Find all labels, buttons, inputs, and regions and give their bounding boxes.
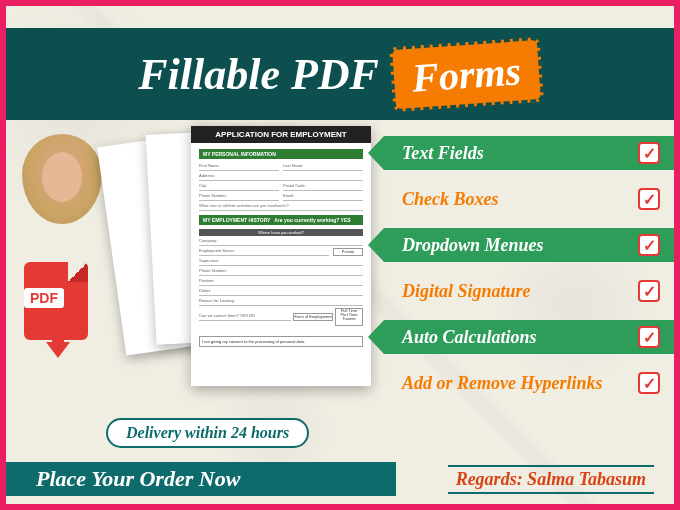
feature-label: Check Boxes (402, 189, 638, 210)
form-field: First Name: (199, 163, 279, 171)
feature-row: Dropdown Menues✓ (384, 228, 674, 262)
forms-badge-text: Forms (410, 48, 522, 100)
feature-row: Auto Calculations✓ (384, 320, 674, 354)
form-subheader: Where have you worked? (199, 229, 363, 236)
feature-label: Add or Remove Hyperlinks (402, 373, 638, 394)
form-box: Full Time Part Time Trainee (335, 308, 363, 326)
feature-label: Digital Signature (402, 281, 638, 302)
checkmark-icon: ✓ (638, 234, 660, 256)
title-band: Fillable PDF Forms (6, 28, 674, 120)
checkmark-icon: ✓ (638, 142, 660, 164)
form-dropdown: Private (333, 248, 363, 256)
sample-doc-front: APPLICATION FOR EMPLOYMENT MY PERSONAL I… (191, 126, 371, 386)
form-field: Phone Number: (199, 268, 363, 276)
cta-text: Place Your Order Now (36, 466, 240, 492)
feature-row: Digital Signature✓ (384, 274, 674, 308)
form-field: What civic or athletic activities are yo… (199, 203, 363, 211)
form-header: APPLICATION FOR EMPLOYMENT (191, 126, 371, 143)
form-field: Phone Number: (199, 193, 279, 201)
form-consent: I am giving my consent to the processing… (199, 336, 363, 347)
form-field: Email: (283, 193, 363, 201)
avatar-face (42, 152, 82, 202)
feature-row: Text Fields✓ (384, 136, 674, 170)
cta-band: Place Your Order Now (6, 462, 396, 496)
form-field: Duties: (199, 288, 363, 296)
pdf-icon: PDF (24, 262, 96, 350)
form-section-personal: MY PERSONAL INFORMATION (199, 149, 363, 159)
checkmark-icon: ✓ (638, 326, 660, 348)
pdf-label: PDF (24, 288, 64, 308)
checkmark-icon: ✓ (638, 280, 660, 302)
title-prefix: Fillable PDF (138, 49, 379, 100)
feature-row: Check Boxes✓ (384, 182, 674, 216)
checkmark-icon: ✓ (638, 188, 660, 210)
form-field: Reason for Leaving: (199, 298, 363, 306)
form-field: Position: (199, 278, 363, 286)
form-field: Employment Sector: (199, 248, 329, 256)
feature-label: Auto Calculations (402, 327, 638, 348)
delivery-pill: Delivery within 24 hours (106, 418, 309, 448)
feature-list: Text Fields✓Check Boxes✓Dropdown Menues✓… (384, 136, 674, 412)
form-section-employment: MY EMPLOYMENT HISTORY Are you currently … (199, 215, 363, 225)
promo-canvas: Fillable PDF Forms PDF APPLICATION FOR E… (0, 0, 680, 510)
form-field: City: (199, 183, 279, 191)
form-field: Postal Code: (283, 183, 363, 191)
document-stack: APPLICATION FOR EMPLOYMENT MY PERSONAL I… (111, 126, 371, 416)
form-field: Can we contact them? YES NO (199, 313, 291, 321)
regards-signature: Regards: Salma Tabasum (448, 465, 654, 494)
avatar-head (22, 134, 102, 224)
checkmark-icon: ✓ (638, 372, 660, 394)
feature-label: Dropdown Menues (402, 235, 638, 256)
download-arrow-icon (46, 342, 70, 358)
forms-badge: Forms (389, 36, 544, 111)
feature-row: Add or Remove Hyperlinks✓ (384, 366, 674, 400)
form-box: Form of Employment (293, 313, 333, 321)
feature-label: Text Fields (402, 143, 638, 164)
form-field: Company: (199, 238, 363, 246)
form-field: Address: (199, 173, 363, 181)
author-avatar (22, 134, 108, 230)
form-field: Supervisor: (199, 258, 363, 266)
form-field: Last Name: (283, 163, 363, 171)
